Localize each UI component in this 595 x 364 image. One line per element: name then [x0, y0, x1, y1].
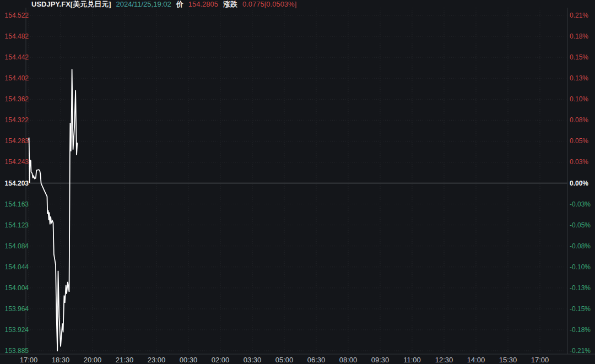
percent-axis-label: -0.21% — [570, 347, 595, 355]
time-axis-label: 21:30 — [111, 356, 138, 364]
time-axis-label: 09:30 — [367, 356, 393, 364]
trading-chart-screen: USDJPY.FX[美元兑日元] 2024/11/25,19:02 价 154.… — [0, 0, 595, 364]
percent-axis-label: 0.08% — [570, 116, 595, 124]
price-axis-label: 154.243 — [0, 158, 29, 166]
percent-axis-label: -0.05% — [570, 221, 595, 229]
percent-axis-label: 0.15% — [570, 53, 595, 61]
percent-axis-label: 0.05% — [570, 137, 595, 145]
time-axis-label: 12:30 — [431, 356, 457, 364]
price-axis-label: 154.004 — [0, 284, 29, 292]
percent-axis-label: -0.08% — [570, 242, 595, 250]
percent-axis-label: -0.15% — [570, 305, 595, 313]
price-axis-label: 154.163 — [0, 200, 29, 208]
price-axis-label: 154.482 — [0, 32, 29, 40]
time-axis-label: 23:00 — [143, 356, 170, 364]
time-axis-label: 20:00 — [79, 356, 106, 364]
price-axis-label: 154.322 — [0, 116, 29, 124]
price-axis-label: 154.203 — [0, 180, 29, 187]
percent-axis-label: 0.13% — [570, 74, 595, 82]
time-axis-label: 05:00 — [271, 356, 298, 364]
price-axis-label: 154.084 — [0, 242, 29, 250]
percent-axis-label: -0.18% — [570, 326, 595, 334]
chart-plot-area[interactable] — [0, 0, 595, 364]
percent-axis-label: -0.03% — [570, 200, 595, 208]
time-axis-label: 14:00 — [463, 356, 489, 364]
price-axis-label: 154.402 — [0, 74, 29, 82]
price-axis-label: 154.044 — [0, 263, 29, 271]
price-axis-label: 154.522 — [0, 12, 29, 19]
time-axis-label: 11:00 — [399, 356, 425, 364]
time-axis-label: 00:30 — [175, 356, 202, 364]
time-axis-label: 02:00 — [207, 356, 234, 364]
time-axis-label: 17:00 — [527, 356, 553, 364]
percent-axis-label: 0.00% — [570, 180, 595, 187]
price-axis-label: 153.964 — [0, 305, 29, 313]
percent-axis-label: 0.03% — [570, 158, 595, 166]
price-axis-label: 154.283 — [0, 137, 29, 145]
percent-axis-label: -0.10% — [570, 263, 595, 271]
price-axis-label: 154.362 — [0, 95, 29, 103]
time-axis-label: 17:00 — [15, 356, 42, 364]
percent-axis-label: 0.18% — [570, 32, 595, 40]
price-axis-label: 154.442 — [0, 53, 29, 61]
price-axis-label: 153.924 — [0, 326, 29, 334]
time-axis-label: 18:30 — [47, 356, 74, 364]
time-axis-label: 15:30 — [495, 356, 521, 364]
time-axis-label: 03:30 — [239, 356, 266, 364]
percent-axis-label: 0.10% — [570, 95, 595, 103]
time-axis-label: 06:30 — [303, 356, 329, 364]
price-axis-label: 154.123 — [0, 221, 29, 229]
time-axis-label: 08:00 — [335, 356, 361, 364]
percent-axis-label: -0.13% — [570, 284, 595, 292]
percent-axis-label: 0.21% — [570, 12, 595, 19]
price-axis-label: 153.885 — [0, 347, 29, 355]
